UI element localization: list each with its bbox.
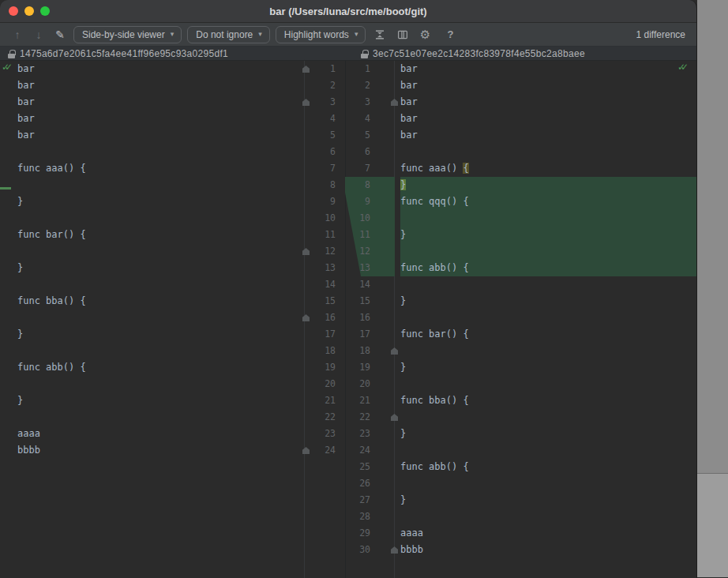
code-line: aaaa bbox=[400, 525, 697, 542]
code-line bbox=[400, 144, 697, 160]
code-line: bar bbox=[17, 111, 304, 127]
inspections-ok-icon: ✓✓ bbox=[677, 62, 684, 73]
desktop-background-bottom bbox=[697, 474, 728, 577]
line-number: 18 bbox=[345, 343, 370, 359]
code-line: } bbox=[400, 492, 697, 509]
close-button[interactable] bbox=[9, 6, 18, 16]
line-number: 21 bbox=[345, 392, 370, 409]
fold-marker-icon[interactable] bbox=[302, 314, 310, 321]
window-title: bar (/Users/luna/src/me/boot/git) bbox=[269, 6, 426, 17]
line-number: 5 bbox=[345, 127, 370, 144]
difference-count: 1 difference bbox=[636, 29, 688, 40]
right-revision-hash: 3ec7c51e07ee2c14283fc83978f4e55bc2a8baee bbox=[373, 48, 585, 59]
fold-marker-icon[interactable] bbox=[391, 546, 398, 554]
code-line bbox=[400, 276, 697, 293]
code-line bbox=[17, 376, 304, 392]
line-number: 25 bbox=[345, 459, 370, 475]
whitespace-policy-dropdown[interactable]: Do not ignore ▾ bbox=[187, 26, 270, 43]
desktop: { "window": { "title": "bar (/Users/luna… bbox=[0, 0, 728, 578]
collapse-unchanged-icon[interactable] bbox=[371, 26, 388, 43]
line-number: 19 bbox=[345, 359, 370, 376]
line-number: 3 bbox=[345, 94, 370, 111]
line-number: 7 bbox=[345, 160, 370, 177]
code-line bbox=[17, 210, 304, 227]
lock-icon bbox=[8, 50, 15, 58]
revision-header-row: 1475a6d7e2061c5fa4ee41ff96e95c93a0295df1… bbox=[0, 47, 696, 61]
code-line: func bba() { bbox=[17, 293, 304, 310]
left-editor-pane[interactable]: barbarbarbarbarfunc aaa() {}func bar() {… bbox=[0, 61, 304, 459]
line-number: 26 bbox=[345, 475, 370, 492]
line-number: 10 bbox=[345, 210, 370, 227]
code-line bbox=[400, 376, 697, 392]
line-number: 9 bbox=[345, 193, 370, 210]
code-line: func bar() { bbox=[400, 326, 697, 343]
chevron-down-icon: ▾ bbox=[355, 31, 358, 38]
code-line bbox=[17, 343, 304, 359]
code-line: } bbox=[400, 359, 697, 376]
fold-marker-icon[interactable] bbox=[302, 99, 310, 106]
code-line: bbbb bbox=[17, 442, 304, 459]
code-line: func aaa() { bbox=[17, 160, 304, 177]
code-line: func abb() { bbox=[400, 459, 697, 475]
code-line bbox=[17, 276, 304, 293]
titlebar: bar (/Users/luna/src/me/boot/git) bbox=[0, 0, 696, 23]
fold-marker-icon[interactable] bbox=[302, 447, 310, 454]
line-number: 24 bbox=[345, 442, 370, 459]
settings-gear-icon[interactable]: ⚙ bbox=[417, 26, 433, 43]
code-line: func qqq() { bbox=[400, 193, 697, 210]
code-line: bar bbox=[17, 94, 304, 111]
chevron-down-icon: ▾ bbox=[171, 31, 174, 38]
right-line-numbers: 1234567891011121314151617181920212223242… bbox=[345, 61, 373, 558]
edit-icon[interactable]: ✎ bbox=[52, 26, 68, 43]
code-line bbox=[400, 509, 697, 525]
code-line: bar bbox=[17, 77, 304, 94]
line-number: 6 bbox=[345, 144, 370, 160]
desktop-background-top bbox=[697, 0, 728, 474]
code-line: bar bbox=[17, 61, 304, 77]
zoom-button[interactable] bbox=[40, 6, 50, 16]
code-line: func bar() { bbox=[17, 227, 304, 243]
side-by-side-diff: ✓✓ ✓✓ barbarbarbarbarfunc aaa() {}func b… bbox=[0, 61, 697, 578]
fold-marker-icon[interactable] bbox=[391, 414, 398, 421]
diff-window: bar (/Users/luna/src/me/boot/git) ↑ ↓ ✎ … bbox=[0, 0, 697, 578]
code-text: func aaa() bbox=[400, 163, 463, 174]
next-difference-icon[interactable]: ↓ bbox=[31, 26, 47, 43]
help-icon[interactable]: ? bbox=[443, 28, 457, 40]
line-number: 28 bbox=[345, 509, 370, 525]
chevron-down-icon: ▾ bbox=[258, 31, 262, 38]
code-line bbox=[400, 442, 697, 459]
word-diff-highlight: } bbox=[400, 179, 406, 190]
minimize-button[interactable] bbox=[24, 6, 34, 16]
line-number: 17 bbox=[345, 326, 370, 343]
right-editor-pane[interactable]: barbarbarbarbarfunc aaa() {}func qqq() {… bbox=[395, 61, 697, 558]
code-line: } bbox=[17, 392, 304, 409]
code-line bbox=[17, 409, 304, 426]
previous-difference-icon[interactable]: ↑ bbox=[9, 26, 25, 43]
code-line: bbbb bbox=[400, 542, 697, 558]
highlight-mode-label: Highlight words bbox=[284, 29, 349, 40]
sync-scrolling-icon[interactable] bbox=[394, 26, 411, 43]
code-line: func abb() { bbox=[17, 359, 304, 376]
fold-marker-icon[interactable] bbox=[391, 347, 398, 355]
line-number: 8 bbox=[345, 177, 370, 193]
code-line bbox=[17, 144, 304, 160]
code-line bbox=[400, 210, 697, 227]
code-line bbox=[400, 310, 697, 326]
line-number: 13 bbox=[345, 260, 370, 276]
traffic-lights bbox=[9, 6, 50, 16]
code-line: bar bbox=[400, 94, 697, 111]
insertion-point-marker bbox=[0, 187, 11, 190]
code-line: } bbox=[17, 193, 304, 210]
code-line: } bbox=[400, 227, 697, 243]
line-number: 30 bbox=[345, 542, 370, 558]
fold-marker-icon[interactable] bbox=[302, 66, 310, 73]
fold-marker-icon[interactable] bbox=[391, 99, 398, 106]
code-line bbox=[400, 475, 697, 492]
line-number: 20 bbox=[345, 376, 370, 392]
code-line: bar bbox=[17, 127, 304, 144]
code-line: bar bbox=[400, 111, 697, 127]
viewer-mode-dropdown[interactable]: Side-by-side viewer ▾ bbox=[73, 26, 182, 43]
fold-marker-icon[interactable] bbox=[302, 248, 310, 255]
line-number: 27 bbox=[345, 492, 370, 509]
highlight-mode-dropdown[interactable]: Highlight words ▾ bbox=[276, 26, 366, 43]
